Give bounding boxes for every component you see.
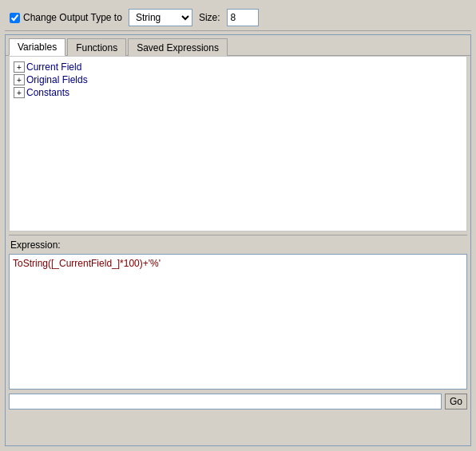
tab-saved-expressions[interactable]: Saved Expressions bbox=[128, 38, 228, 56]
top-bar: Change Output Type to String Number Date… bbox=[5, 5, 471, 31]
tab-functions[interactable]: Functions bbox=[67, 38, 126, 56]
expand-original-fields[interactable]: + bbox=[14, 74, 25, 85]
bottom-input[interactable] bbox=[9, 394, 442, 409]
tab-variables[interactable]: Variables bbox=[9, 38, 65, 56]
go-button[interactable]: Go bbox=[445, 394, 467, 409]
tabs-row: Variables Functions Saved Expressions bbox=[6, 35, 470, 56]
main-panel: Variables Functions Saved Expressions + … bbox=[5, 34, 471, 446]
change-output-text: Change Output Type to bbox=[23, 12, 122, 23]
bottom-row: Go bbox=[6, 391, 470, 412]
tree-item-constants[interactable]: + Constants bbox=[14, 86, 462, 99]
tree-panel: + Current Field + Original Fields + Cons… bbox=[9, 56, 467, 231]
type-select[interactable]: String Number Date Boolean bbox=[129, 9, 192, 26]
tree-item-current-field[interactable]: + Current Field bbox=[14, 61, 462, 73]
size-input[interactable] bbox=[227, 9, 259, 26]
expand-constants[interactable]: + bbox=[14, 87, 25, 98]
main-window: Change Output Type to String Number Date… bbox=[0, 0, 476, 451]
size-label: Size: bbox=[199, 12, 220, 23]
tree-item-label-original-fields: Original Fields bbox=[26, 74, 88, 85]
tree-item-original-fields[interactable]: + Original Fields bbox=[14, 73, 462, 86]
tree-item-label-constants: Constants bbox=[26, 87, 69, 98]
change-output-label[interactable]: Change Output Type to bbox=[10, 12, 122, 23]
expression-box[interactable]: ToString([_CurrentField_]*100)+'%' bbox=[9, 254, 467, 390]
change-output-checkbox[interactable] bbox=[10, 13, 20, 23]
separator bbox=[9, 235, 467, 235]
expand-current-field[interactable]: + bbox=[14, 61, 25, 73]
expression-label: Expression: bbox=[6, 238, 470, 252]
tree-item-label-current-field: Current Field bbox=[26, 61, 81, 73]
